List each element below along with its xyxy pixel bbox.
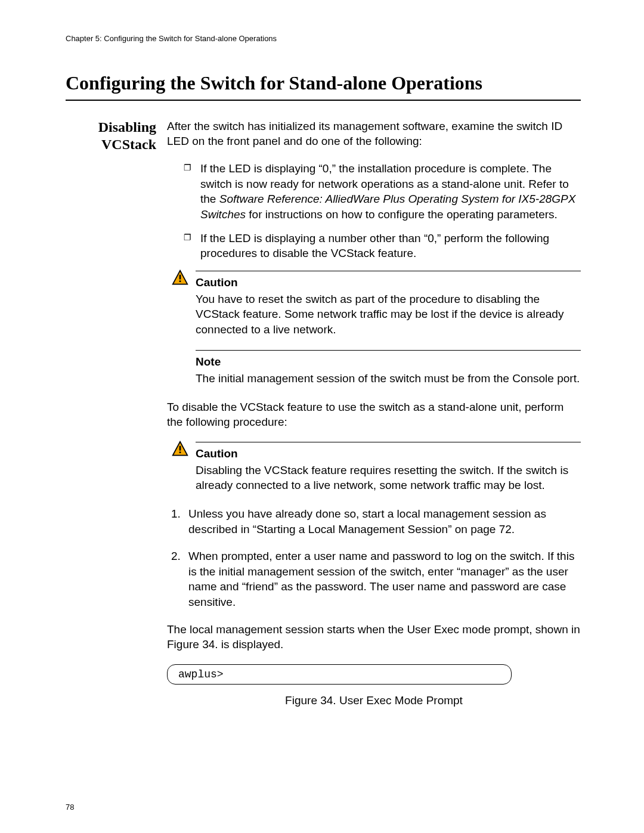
caution-text-1: You have to reset the switch as part of …: [196, 292, 581, 337]
step-2-extra: The local management session starts when…: [167, 622, 581, 652]
content-row: Disabling VCStack After the switch has i…: [66, 119, 581, 720]
intro-paragraph: After the switch has initialized its man…: [167, 119, 581, 149]
note-text: The initial management session of the sw…: [196, 371, 581, 386]
caution-box-1: Caution You have to reset the switch as …: [167, 271, 581, 337]
caution-icon: [172, 270, 193, 286]
step-1: Unless you have already done so, start a…: [184, 506, 581, 537]
svg-rect-5: [179, 451, 181, 453]
disable-paragraph: To disable the VCStack feature to use th…: [167, 400, 581, 430]
bullet-list: If the LED is displaying “0,” the instal…: [167, 161, 581, 261]
caution-title-2: Caution: [196, 446, 581, 462]
warning-triangle-icon: [172, 270, 188, 286]
section-title: Configuring the Switch for Stand-alone O…: [66, 70, 581, 96]
running-head: Chapter 5: Configuring the Switch for St…: [66, 33, 581, 44]
bullet-item-2: If the LED is displaying a number other …: [184, 231, 581, 261]
svg-rect-2: [179, 280, 181, 282]
side-heading-line2: VCStack: [66, 136, 156, 153]
note-body: Note The initial management session of t…: [196, 350, 581, 386]
body-column: After the switch has initialized its man…: [167, 119, 581, 720]
side-heading-line1: Disabling: [66, 119, 156, 136]
caution-title-1: Caution: [196, 275, 581, 290]
caution-text-2: Disabling the VCStack feature requires r…: [196, 463, 581, 493]
warning-triangle-icon: [172, 441, 188, 457]
prompt-box: awplus>: [167, 664, 512, 685]
figure-caption: Figure 34. User Exec Mode Prompt: [167, 693, 581, 708]
side-heading: Disabling VCStack: [66, 119, 167, 153]
step-2: When prompted, enter a user name and pas…: [184, 549, 581, 610]
bullet1-post: for instructions on how to configure the…: [246, 208, 558, 221]
note-box: Note The initial management session of t…: [167, 350, 581, 386]
page: Chapter 5: Configuring the Switch for St…: [0, 0, 644, 833]
caution-body-1: Caution You have to reset the switch as …: [196, 271, 581, 337]
page-number: 78: [66, 802, 74, 813]
caution-body-2: Caution Disabling the VCStack feature re…: [196, 442, 581, 493]
svg-rect-1: [179, 275, 181, 280]
bullet-item-1: If the LED is displaying “0,” the instal…: [184, 161, 581, 222]
title-rule: [66, 100, 581, 101]
steps-list: Unless you have already done so, start a…: [167, 506, 581, 610]
svg-rect-4: [179, 446, 181, 451]
caution-box-2: Caution Disabling the VCStack feature re…: [167, 442, 581, 493]
note-title: Note: [196, 354, 581, 370]
caution-icon-2: [172, 441, 193, 457]
